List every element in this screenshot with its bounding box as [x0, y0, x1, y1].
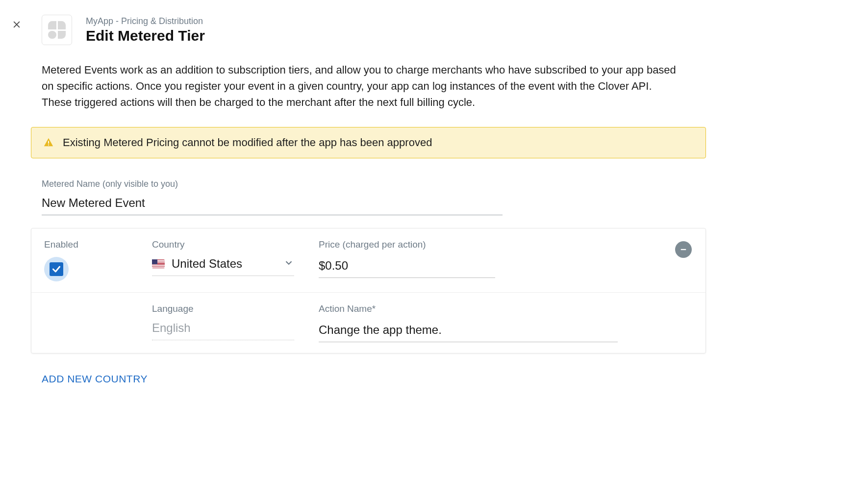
us-flag-icon	[152, 259, 165, 268]
price-label: Price (charged per action)	[319, 239, 643, 250]
enabled-checkbox[interactable]	[44, 257, 69, 281]
country-value: United States	[172, 257, 242, 271]
minus-icon	[679, 245, 688, 254]
price-input[interactable]	[319, 257, 495, 278]
language-select[interactable]: English	[152, 321, 294, 340]
svg-rect-3	[48, 145, 49, 146]
header: MyApp - Pricing & Distribution Edit Mete…	[42, 15, 686, 45]
action-name-input[interactable]	[319, 321, 618, 342]
country-select[interactable]: United States	[152, 257, 294, 276]
description-text: Metered Events work as an addition to su…	[42, 62, 679, 110]
language-value: English	[152, 321, 191, 335]
add-country-button[interactable]: ADD NEW COUNTRY	[42, 373, 148, 385]
action-name-label: Action Name*	[319, 303, 643, 314]
remove-country-button[interactable]	[675, 241, 692, 258]
country-card: Enabled Country United States	[31, 228, 706, 353]
chevron-down-icon	[283, 257, 294, 271]
svg-rect-2	[48, 141, 49, 144]
warning-icon	[43, 137, 54, 148]
close-button[interactable]	[10, 18, 24, 31]
language-label: Language	[152, 303, 309, 314]
enabled-label: Enabled	[44, 239, 142, 250]
check-icon	[51, 264, 61, 274]
page-title: Edit Metered Tier	[86, 27, 205, 44]
app-icon	[42, 15, 72, 45]
warning-banner: Existing Metered Pricing cannot be modif…	[31, 127, 706, 158]
metered-name-input[interactable]	[42, 194, 503, 215]
metered-name-label: Metered Name (only visible to you)	[42, 179, 686, 189]
country-label: Country	[152, 239, 309, 250]
breadcrumb: MyApp - Pricing & Distribution	[86, 16, 205, 26]
clover-icon	[48, 21, 66, 39]
warning-text: Existing Metered Pricing cannot be modif…	[63, 136, 432, 149]
close-icon	[12, 20, 22, 29]
